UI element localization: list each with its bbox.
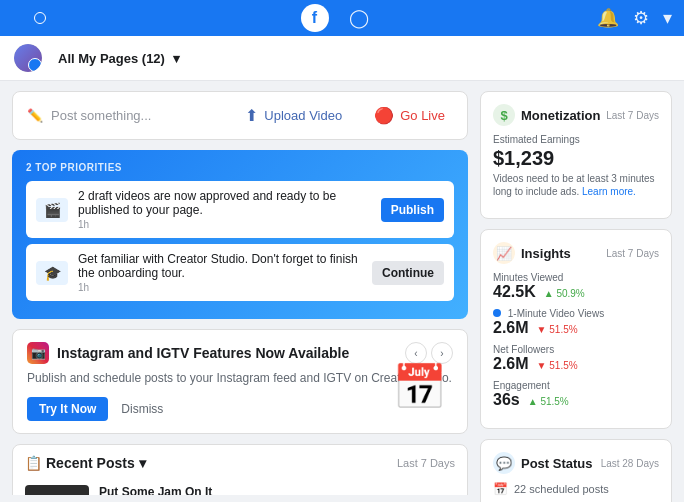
priorities-card: 2 TOP PRIORITIES 🎬 2 draft videos are no… [12,150,468,319]
priority-item-2: 🎓 Get familiar with Creator Studio. Don'… [26,244,454,301]
insights-icon: 📈 [493,242,515,264]
stat-engagement-1: 3.1K ENGAGEMENT [388,492,455,495]
bell-icon[interactable]: 🔔 [597,7,619,29]
blue-dot [493,309,501,317]
earnings-label: Estimated Earnings [493,134,659,145]
post-info-1: Put Some Jam On It July 9, 2019 1:00 PM … [99,485,333,495]
post-status-header: 💬 Post Status Last 28 Days [493,452,659,474]
right-column: $ Monetization Last 7 Days Estimated Ear… [480,91,672,495]
sub-navigation: All My Pages (12) ▾ [0,36,684,81]
insight-engagement: Engagement 36s ▲ 51.5% [493,380,659,409]
main-content: ✏️ Post something... ⬆ Upload Video 🔴 Go… [0,81,684,502]
post-bar[interactable]: ✏️ Post something... ⬆ Upload Video 🔴 Go… [12,91,468,140]
recent-posts-icon: 📋 [25,455,42,471]
page-selector-label: All My Pages (12) [58,51,165,66]
monetization-header: $ Monetization Last 7 Days [493,104,659,126]
instagram-nav-icon[interactable]: ◯ [349,7,369,29]
instagram-title: Instagram and IGTV Features Now Availabl… [57,345,349,361]
continue-button[interactable]: Continue [372,261,444,285]
status-scheduled: 📅 22 scheduled posts [493,482,659,496]
earnings-note: Videos need to be at least 3 minutes lon… [493,172,659,198]
recent-posts-card: 📋 Recent Posts ▾ Last 7 Days ▶ 6:28 Put … [12,444,468,495]
live-icon: 🔴 [374,106,394,125]
post-stats-1: 64K VIEWS 3.1K ENGAGEMENT [343,492,455,495]
recent-posts-header: 📋 Recent Posts ▾ Last 7 Days [25,455,455,471]
post-placeholder: ✏️ Post something... [27,108,151,123]
recent-posts-period: Last 7 Days [397,457,455,469]
top-navigation: f ◯ 🔔 ⚙ ▾ [0,0,684,36]
insight-minutes-viewed: Minutes Viewed 42.5K ▲ 50.9% [493,272,659,301]
instagram-description: Publish and schedule posts to your Insta… [27,370,453,387]
calendar-icon: 📅 [392,361,447,413]
dismiss-button[interactable]: Dismiss [116,397,168,421]
edit-icon: ✏️ [27,108,43,123]
insight-video-views: 1-Minute Video Views 2.6M ▼ 51.5% [493,308,659,337]
instagram-card: ‹ › 📷 Instagram and IGTV Features Now Av… [12,329,468,434]
publish-button[interactable]: Publish [381,198,444,222]
priority-item-1: 🎬 2 draft videos are now approved and re… [26,181,454,238]
priority-icon-1: 🎬 [36,198,68,222]
gear-icon[interactable]: ⚙ [633,7,649,29]
dropdown-icon[interactable]: ▾ [139,455,146,471]
insights-header: 📈 Insights Last 7 Days [493,242,659,264]
monetization-card: $ Monetization Last 7 Days Estimated Ear… [480,91,672,219]
instagram-icon: 📷 [27,342,49,364]
insights-period: Last 7 Days [606,248,659,259]
chevron-icon: ▾ [173,51,180,66]
upload-icon: ⬆ [245,106,258,125]
priority-text-2: Get familiar with Creator Studio. Don't … [78,252,362,293]
chevron-down-icon[interactable]: ▾ [663,7,672,29]
nav-icons: f ◯ [301,4,369,32]
instagram-header: 📷 Instagram and IGTV Features Now Availa… [27,342,453,364]
post-title-1: Put Some Jam On It [99,485,333,495]
monetization-period: Last 7 Days [606,110,659,121]
left-column: ✏️ Post something... ⬆ Upload Video 🔴 Go… [12,91,468,495]
upload-video-button[interactable]: ⬆ Upload Video [237,102,350,129]
page-selector[interactable]: All My Pages (12) ▾ [14,44,180,72]
post-status-icon: 💬 [493,452,515,474]
insights-card: 📈 Insights Last 7 Days Minutes Viewed 42… [480,229,672,429]
post-status-card: 💬 Post Status Last 28 Days 📅 22 schedule… [480,439,672,502]
insight-net-followers: Net Followers 2.6M ▼ 51.5% [493,344,659,373]
recent-posts-title: 📋 Recent Posts ▾ [25,455,146,471]
page-avatar [14,44,42,72]
learn-more-link[interactable]: Learn more. [582,186,636,197]
priority-text-1: 2 draft videos are now approved and read… [78,189,371,230]
post-thumbnail-1: ▶ 6:28 [25,485,89,495]
priorities-label: 2 TOP PRIORITIES [26,162,454,173]
monetization-title: $ Monetization [493,104,600,126]
post-row-1: ▶ 6:28 Put Some Jam On It July 9, 2019 1… [25,479,455,495]
calendar-status-icon: 📅 [493,482,508,496]
earnings-value: $1,239 [493,147,659,170]
go-live-button[interactable]: 🔴 Go Live [366,102,453,129]
nav-right-icons: 🔔 ⚙ ▾ [597,7,672,29]
post-actions: ⬆ Upload Video 🔴 Go Live [237,102,453,129]
post-status-title: 💬 Post Status [493,452,593,474]
stat-views-1: 64K VIEWS [343,492,374,495]
money-icon: $ [493,104,515,126]
post-status-period: Last 28 Days [601,458,659,469]
priority-icon-2: 🎓 [36,261,68,285]
instagram-footer: Try It Now Dismiss [27,397,453,421]
facebook-icon[interactable]: f [301,4,329,32]
try-it-now-button[interactable]: Try It Now [27,397,108,421]
insights-title: 📈 Insights [493,242,571,264]
